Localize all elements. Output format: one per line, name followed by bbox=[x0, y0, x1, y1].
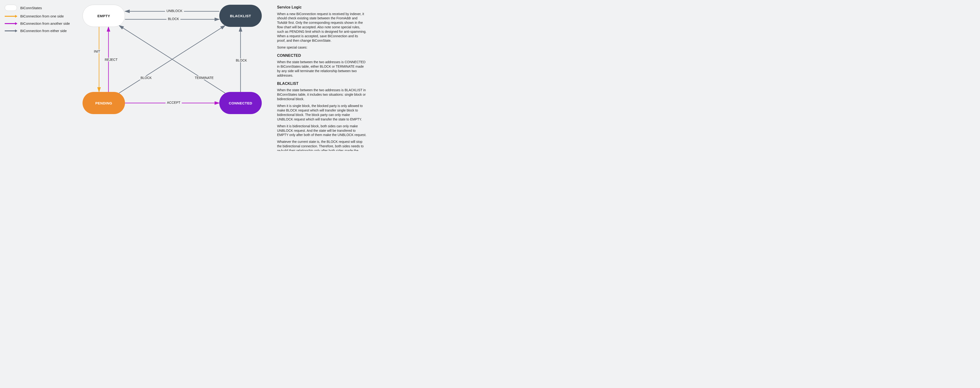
state-diagram: EMPTY BLACKLIST PENDING CONNECTED UNBLOC… bbox=[78, 5, 266, 118]
legend-states-label: BiConnStates bbox=[20, 6, 42, 10]
text-panel: Service Logic When a new BiConnection re… bbox=[277, 5, 367, 151]
arrow-magenta-icon bbox=[5, 23, 17, 24]
arrow-grey-icon bbox=[5, 30, 17, 31]
node-blacklist: BLACKLIST bbox=[219, 5, 262, 27]
svg-line-5 bbox=[119, 25, 225, 93]
heading-blacklist: BLACKLIST bbox=[277, 81, 367, 86]
node-blacklist-label: BLACKLIST bbox=[230, 14, 251, 18]
legend-one-side-label: BiConnection from one side bbox=[20, 14, 64, 18]
svg-line-4 bbox=[119, 25, 225, 93]
edge-block-cb-label: BLOCK bbox=[234, 59, 248, 62]
edge-unblock-label: UNBLOCK bbox=[165, 9, 184, 13]
legend-pill-icon bbox=[5, 5, 17, 11]
paragraph-block-summary: Whatever the current state is, the BLOCK… bbox=[277, 140, 367, 151]
paragraph-intro: When a new BiConnection request is recei… bbox=[277, 12, 367, 43]
legend-either-side: BiConnection from either side bbox=[5, 29, 70, 33]
node-connected-label: CONNECTED bbox=[229, 101, 252, 105]
paragraph-single-block: When it is single block, the blocked par… bbox=[277, 104, 367, 122]
node-empty: EMPTY bbox=[83, 5, 125, 27]
paragraph-connected: When the state between the two addresses… bbox=[277, 60, 367, 78]
edge-block-eb-label: BLOCK bbox=[167, 17, 180, 21]
heading-connected: CONNECTED bbox=[277, 53, 367, 58]
legend-states: BiConnStates bbox=[5, 5, 70, 11]
paragraph-special-cases: Some special cases: bbox=[277, 45, 367, 50]
edge-reject-label: REJECT bbox=[103, 58, 119, 62]
legend-either-side-label: BiConnection from either side bbox=[20, 29, 67, 33]
legend-one-side: BiConnection from one side bbox=[5, 14, 70, 18]
edge-accept-label: ACCEPT bbox=[165, 101, 182, 105]
node-empty-label: EMPTY bbox=[97, 14, 110, 18]
heading-service-logic: Service Logic bbox=[277, 5, 367, 10]
arrow-orange-icon bbox=[5, 16, 17, 17]
edge-terminate-label: TERMINATE bbox=[193, 76, 215, 80]
edge-init-label: INIT bbox=[92, 49, 102, 53]
edge-block-pb-label: BLOCK bbox=[139, 76, 153, 80]
paragraph-blacklist-intro: When the state between the two addresses… bbox=[277, 88, 367, 101]
legend-another-side-label: BiConnection from another side bbox=[20, 21, 70, 25]
paragraph-bidir-block: When it is bidirectional block, both sid… bbox=[277, 124, 367, 137]
node-connected: CONNECTED bbox=[219, 92, 262, 114]
legend: BiConnStates BiConnection from one side … bbox=[5, 5, 70, 36]
node-pending: PENDING bbox=[83, 92, 125, 114]
node-pending-label: PENDING bbox=[95, 101, 112, 105]
legend-another-side: BiConnection from another side bbox=[5, 21, 70, 25]
